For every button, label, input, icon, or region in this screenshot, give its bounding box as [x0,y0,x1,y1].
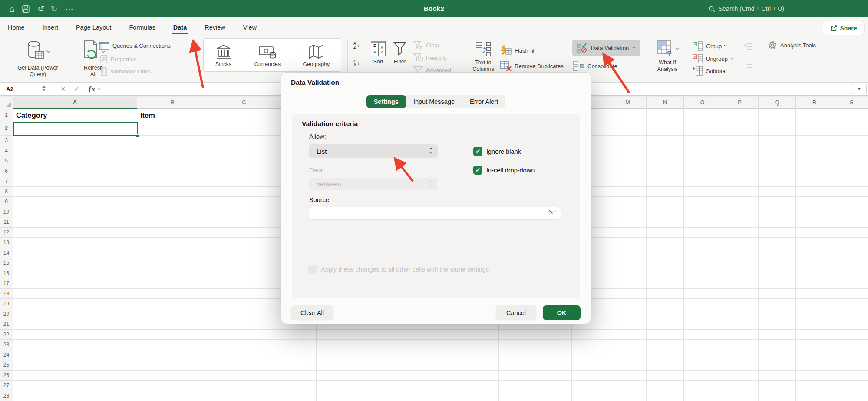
row-header-3[interactable]: 3 [0,136,13,146]
row-header-22[interactable]: 22 [0,330,13,340]
search-box[interactable]: Search (Cmd + Ctrl + U) [709,0,784,17]
tab-insert[interactable]: Insert [42,19,59,35]
column-header-S[interactable]: S [833,97,868,109]
row-header-14[interactable]: 14 [0,248,13,258]
share-button[interactable]: Share [823,21,864,35]
subtotal-button[interactable]: + − Subtotal [693,66,727,76]
currencies-button[interactable]: Currencies [254,44,281,67]
allow-select[interactable]: List [309,144,438,158]
clear-all-button[interactable]: Clear All [291,305,333,320]
cell-B1[interactable]: Item [137,109,208,122]
row-header-8[interactable]: 8 [0,187,13,197]
row-header-9[interactable]: 9 [0,197,13,207]
sort-icon: ZA AZ [371,41,386,56]
column-header-M[interactable]: M [609,97,647,109]
selected-cell-A2[interactable] [13,122,138,136]
row-header-20[interactable]: 20 [0,309,13,320]
tab-input-message[interactable]: Input Message [406,95,462,108]
row-header-2[interactable]: 2 [0,122,13,136]
name-box[interactable]: A2 [0,83,52,95]
row-header-23[interactable]: 23 [0,340,13,350]
tab-page-layout[interactable]: Page Layout [75,19,112,35]
remove-duplicates-button[interactable]: Remove Duplicates [500,61,564,71]
row-header-27[interactable]: 27 [0,381,13,391]
settings-panel: Validation criteria Allow: List Data: be… [292,114,580,298]
column-header-N[interactable]: N [647,97,684,109]
fill-handle[interactable] [136,134,139,137]
row-header-24[interactable]: 24 [0,350,13,361]
source-input[interactable] [309,207,561,220]
analysis-tools-button[interactable]: Analysis Tools [768,40,816,50]
range-selector-icon[interactable] [548,209,557,216]
row-header-17[interactable]: 17 [0,278,13,289]
group-button[interactable]: Group [693,41,727,51]
queries-connections-button[interactable]: Queries & Connections [99,42,171,50]
row-header-12[interactable]: 12 [0,228,13,238]
data-select: between [309,178,437,190]
tab-formulas[interactable]: Formulas [128,19,156,35]
formula-bar-expand-button[interactable]: ▼ [852,84,867,94]
flash-fill-button[interactable]: Flash-fill [500,45,535,56]
in-cell-dropdown-checkbox[interactable]: ✓ In-cell drop-down [473,166,535,175]
confirm-entry-icon[interactable]: ✓ [74,85,80,93]
tab-home[interactable]: Home [7,19,26,35]
geography-button[interactable]: Geography [303,44,330,67]
filter-button[interactable]: Filter [390,41,410,65]
row-header-18[interactable]: 18 [0,289,13,299]
cell-A1[interactable]: Category [13,109,137,122]
ok-button[interactable]: OK [543,305,581,320]
row-header-25[interactable]: 25 [0,360,13,371]
row-header-21[interactable]: 21 [0,319,13,330]
insert-function-icon[interactable]: ƒx [88,85,95,93]
row-header-13[interactable]: 13 [0,238,13,248]
apply-to-all-checkbox: Apply these changes to all other cells w… [308,265,489,274]
row-header-19[interactable]: 19 [0,299,13,309]
column-header-R[interactable]: R [796,97,833,109]
row-header-5[interactable]: 5 [0,156,13,166]
cancel-entry-icon[interactable]: × [61,85,66,94]
stocks-button[interactable]: Stocks [215,44,232,67]
tab-review[interactable]: Review [204,19,226,35]
queries-window-icon [99,42,109,50]
column-header-C[interactable]: C [208,97,280,109]
text-to-columns-button[interactable]: Text toColumns [470,40,497,73]
what-if-analysis-button[interactable]: ? What-ifAnalysis [652,40,683,73]
column-header-O[interactable]: O [684,97,721,109]
row-header-26[interactable]: 26 [0,371,13,381]
tab-view[interactable]: View [242,19,257,35]
sort-button[interactable]: ZA AZ Sort [368,41,388,65]
name-box-spinner[interactable] [42,86,46,91]
row-header-11[interactable]: 11 [0,217,13,228]
row-header-6[interactable]: 6 [0,166,13,177]
data-value: between [317,180,429,188]
row-header-1[interactable]: 1 [0,109,13,122]
get-data-button[interactable]: Get Data (PowerQuery) [5,40,70,78]
column-header-A[interactable]: A [13,97,137,109]
search-icon [709,6,715,12]
column-header-B[interactable]: B [137,97,208,109]
row-header-10[interactable]: 10 [0,207,13,218]
consolidate-button[interactable]: Consolidate [573,61,617,71]
row-header-4[interactable]: 4 [0,146,13,156]
chevron-down-icon [724,44,727,47]
tab-error-alert[interactable]: Error Alert [462,95,505,108]
ignore-blank-checkbox[interactable]: ✓ Ignore blank [473,147,521,156]
ungroup-button[interactable]: Ungroup [693,54,733,63]
sort-descending-button[interactable]: ZA↓ [353,59,360,67]
show-detail-button [743,43,753,50]
column-header-P[interactable]: P [721,97,759,109]
column-header-Q[interactable]: Q [759,97,796,109]
tab-settings[interactable]: Settings [366,95,406,108]
sort-ascending-button[interactable]: AZ↓ [353,42,360,50]
clear-filter-icon [413,41,423,50]
row-header-15[interactable]: 15 [0,258,13,268]
cancel-button[interactable]: Cancel [496,305,536,320]
data-validation-button[interactable]: Data Validation [572,40,640,56]
svg-text:−: − [693,71,695,75]
title-bar: ⌂ ↺ ↻ ⋯ Book2 Search (Cmd + Ctrl + U) [0,0,868,17]
row-header-7[interactable]: 7 [0,176,13,187]
select-all-corner[interactable] [0,97,13,109]
tab-data[interactable]: Data [172,19,188,35]
row-header-16[interactable]: 16 [0,268,13,279]
row-header-28[interactable]: 28 [0,391,13,401]
